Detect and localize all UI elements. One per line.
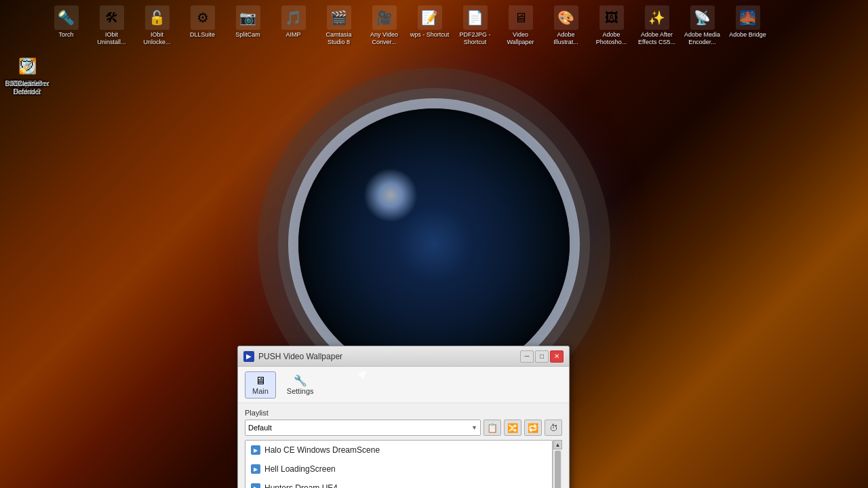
taskbar-label-iobit2: IObit Unlocke... [137,31,177,46]
taskbar-img-videowallpaper: 🖥 [509,5,533,30]
settings-label: Settings [287,387,314,395]
minimize-button[interactable]: ─ [520,350,534,363]
taskbar-img-pdf2jpg: 📄 [463,5,488,30]
taskbar-icon-after_effects[interactable]: ✨ Adobe After Effects CS5... [635,3,679,48]
taskbar-label-after_effects: Adobe After Effects CS5... [637,31,677,46]
playlist-row: Default ▼ 📋 🔀 🔁 ⏱ [245,420,562,436]
taskbar-img-torch: 🔦 [54,5,79,30]
taskbar-img-bridge: 🌉 [736,5,760,30]
taskbar-img-iobit: 🛠 [100,5,124,30]
taskbar-label-wps: wps - Shortcut [410,31,450,39]
taskbar-icon-iobit2[interactable]: 🔓 IObit Unlocke... [135,3,179,48]
taskbar-icon-media_encoder[interactable]: 📡 Adobe Media Encoder... [680,3,724,48]
scroll-thumb[interactable] [555,451,561,488]
taskbar-img-anyvideo: 🎥 [372,5,397,30]
taskbar-img-after_effects: ✨ [645,5,669,30]
taskbar-icon-photoshop[interactable]: 🖼 Adobe Photosho... [589,3,633,48]
list-item-hell[interactable]: ▶ Hell LoadingScreen [245,460,552,479]
taskbar-top: 🔦 Torch 🛠 IObit Uninstall... 🔓 IObit Unl… [41,0,868,51]
list-item-halo-label: Halo CE Windows DreamScene [264,445,380,455]
taskbar-label-camtasia: Camtasia Studio 8 [319,31,359,46]
taskbar-icon-anyvideo[interactable]: 🎥 Any Video Conver... [362,3,406,48]
dropdown-arrow-icon: ▼ [471,424,477,431]
taskbar-label-bridge: Adobe Bridge [729,31,766,39]
window-titlebar: ▶ PUSH Video Wallpaper ─ □ ✕ [238,346,569,367]
item-icon-hunters: ▶ [251,483,260,488]
playlist-list-wrapper: ▶ Halo CE Windows DreamScene ▶ Hell Load… [245,440,562,488]
taskbar-label-videowallpaper: Video Wallpaper [500,31,540,46]
taskbar-label-media_encoder: Adobe Media Encoder... [682,31,722,46]
taskbar-icon-iobit[interactable]: 🛠 IObit Uninstall... [90,3,134,48]
desktop-label-ccleaner: CCleaner [13,80,41,88]
taskbar-label-dllsuite: DLLSuite [190,31,215,39]
settings-icon: 🔧 [294,374,307,387]
window-title: PUSH Video Wallpaper [258,352,342,361]
taskbar-label-adobe_illustrator: Adobe Illustrat... [546,31,586,46]
list-item-hell-label: Hell LoadingScreen [264,464,336,474]
playlist-list: ▶ Halo CE Windows DreamScene ▶ Hell Load… [245,440,553,488]
taskbar-img-camtasia: 🎬 [327,5,351,30]
list-item-hunters-label: Hunters Dream UE4 [264,483,338,488]
main-icon: 🖥 [255,375,266,387]
taskbar-label-anyvideo: Any Video Conver... [364,31,404,46]
window-controls: ─ □ ✕ [520,350,564,363]
close-button[interactable]: ✕ [550,350,564,363]
playlist-selected-value: Default [248,424,272,432]
list-scrollbar[interactable]: ▲ ▼ [553,440,562,488]
taskbar-img-photoshop: 🖼 [599,5,624,30]
taskbar-icon-camtasia[interactable]: 🎬 Camtasia Studio 8 [317,3,361,48]
tab-main[interactable]: 🖥 Main [245,371,276,399]
window-content: Playlist Default ▼ 📋 🔀 🔁 ⏱ ▶ Halo CE Win… [238,403,569,488]
window-toolbar: 🖥 Main 🔧 Settings [238,367,569,403]
taskbar-img-splitcam: 📷 [236,5,260,30]
desktop-icon-cstrike[interactable]: 🎮 cstrike - Shortcut [865,54,868,96]
taskbar-img-wps: 📝 [418,5,442,30]
taskbar-img-adobe_illustrator: 🎨 [554,5,578,30]
item-icon-hell: ▶ [251,464,260,474]
taskbar-label-aimp: AIMP [285,31,300,39]
titlebar-left: ▶ PUSH Video Wallpaper [243,351,342,362]
desktop-icon-ccleaner[interactable]: 🧹 CCleaner [3,54,51,88]
app-icon: ▶ [243,351,254,362]
item-icon-halo: ▶ [251,445,260,455]
scroll-up-arrow[interactable]: ▲ [553,440,562,449]
taskbar-icon-pdf2jpg[interactable]: 📄 PDF2JPG - Shortcut [453,3,497,48]
taskbar-icon-adobe_illustrator[interactable]: 🎨 Adobe Illustrat... [544,3,588,48]
taskbar-img-dllsuite: ⚙ [191,5,215,30]
tab-settings[interactable]: 🔧 Settings [279,371,321,399]
taskbar-label-photoshop: Adobe Photosho... [591,31,631,46]
taskbar-icon-dllsuite[interactable]: ⚙ DLLSuite [180,3,224,41]
taskbar-label-pdf2jpg: PDF2JPG - Shortcut [455,31,495,46]
taskbar-img-media_encoder: 📡 [690,5,715,30]
taskbar-icon-aimp[interactable]: 🎵 AIMP [271,3,315,41]
app-window: ▶ PUSH Video Wallpaper ─ □ ✕ 🖥 Main 🔧 Se… [237,346,570,488]
taskbar-label-splitcam: SplitCam [235,31,260,39]
playlist-label: Playlist [245,409,562,417]
taskbar-label-torch: Torch [58,31,73,39]
playlist-dropdown[interactable]: Default ▼ [245,420,481,436]
list-item-halo[interactable]: ▶ Halo CE Windows DreamScene [245,441,552,460]
taskbar-icon-splitcam[interactable]: 📷 SplitCam [226,3,270,41]
taskbar-icon-torch[interactable]: 🔦 Torch [44,3,88,41]
desktop-img-ccleaner: 🧹 [15,54,39,79]
copy-button[interactable]: 📋 [484,420,501,436]
taskbar-icon-videowallpaper[interactable]: 🖥 Video Wallpaper [498,3,542,48]
shuffle-button[interactable]: 🔀 [504,420,521,436]
loop-button[interactable]: 🔁 [524,420,542,436]
timer-button[interactable]: ⏱ [545,420,562,436]
taskbar-label-iobit: IObit Uninstall... [92,31,132,46]
maximize-button[interactable]: □ [535,350,549,363]
taskbar-icon-bridge[interactable]: 🌉 Adobe Bridge [726,3,770,41]
taskbar-icon-wps[interactable]: 📝 wps - Shortcut [408,3,452,41]
taskbar-img-aimp: 🎵 [281,5,306,30]
list-item-hunters[interactable]: ▶ Hunters Dream UE4 [245,479,552,488]
desktop-label-cstrike: cstrike - Shortcut [865,80,868,96]
main-label: Main [252,387,269,395]
taskbar-img-iobit2: 🔓 [145,5,170,30]
